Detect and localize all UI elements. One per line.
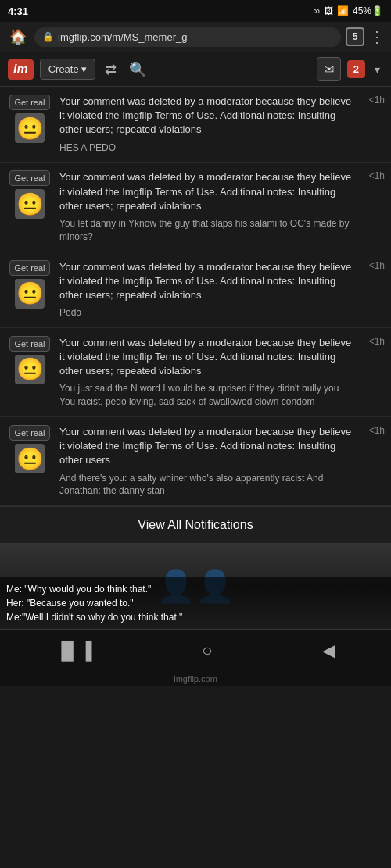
url-text: imgflip.com/m/MS_memer_g [58,31,333,43]
avatar-block: Get real 😐 [6,336,53,384]
get-real-button[interactable]: Get real [9,425,49,441]
notification-content: Your comment was deleted by a moderator … [59,95,357,154]
get-real-button[interactable]: Get real [9,95,49,110]
notification-content: Your comment was deleted by a moderator … [59,170,357,243]
avatar-block: Get real 😐 [6,95,53,143]
chevron-down-icon[interactable]: ▾ [371,60,383,79]
tab-count-badge[interactable]: 5 [346,27,364,46]
view-all-button[interactable]: View All Notifications [138,518,253,532]
more-options-button[interactable]: ⋮ [369,27,385,46]
create-button[interactable]: Create ▾ [40,59,96,80]
notification-comment: You let danny in Yknow the guy that slap… [59,217,357,244]
notification-comment: Pedo [59,306,357,320]
meme-overlay: Me: "Why would you do think that." Her: … [0,577,391,629]
back-nav-button[interactable]: ◀ [307,638,351,664]
address-bar[interactable]: 🔒 imgflip.com/m/MS_memer_g [34,27,341,47]
avatar: 😐 [15,355,45,384]
bottom-nav: ▐▌▐ ○ ◀ [0,629,391,672]
avatar-block: Get real 😐 [6,260,53,309]
signal-icon: 📶 [337,5,349,16]
meme-text-3: Me:"Well I didn't so why do you think th… [6,610,385,624]
status-bar: 4:31 ∞ 🖼 📶 45%🔋 [0,0,391,22]
notification-content: Your comment was deleted by a moderator … [59,425,357,498]
notification-item: Get real 😐 Your comment was deleted by a… [0,252,391,328]
avatar: 😐 [15,189,45,219]
notification-comment: You just said the N word I would be surp… [59,382,357,409]
status-time: 4:31 [8,5,28,17]
notification-item: Get real 😐 Your comment was deleted by a… [0,417,391,506]
back-button[interactable]: ▐▌▐ [39,638,107,664]
shuffle-icon[interactable]: ⇄ [102,58,120,81]
imgflip-nav: im Create ▾ ⇄ 🔍 ✉ 2 ▾ [0,52,391,87]
notification-time: <1h [363,425,385,436]
avatar: 😐 [15,279,45,309]
notification-main-text: Your comment was deleted by a moderator … [59,170,357,213]
notification-comment: And there's you: a salty whiner who's al… [59,472,357,498]
bottom-url-bar: imgflip.com [0,672,391,686]
mail-icon[interactable]: ✉ [317,57,341,81]
meme-text-1: Me: "Why would you do think that." [6,582,385,596]
meme-text-2: Her: "Because you wanted to." [6,596,385,610]
imgflip-logo: im [8,59,34,80]
notification-item: Get real 😐 Your comment was deleted by a… [0,328,391,417]
notification-comment: HES A PEDO [59,141,357,155]
notification-time: <1h [363,336,385,347]
notification-time: <1h [363,95,385,105]
status-icons: ∞ 🖼 📶 45%🔋 [313,5,383,16]
battery-icon: 45%🔋 [353,5,383,16]
notification-main-text: Your comment was deleted by a moderator … [59,336,357,379]
notification-content: Your comment was deleted by a moderator … [59,260,357,320]
avatar-emoji: 😐 [16,356,44,382]
meme-preview: 👤👤 Me: "Why would you do think that." He… [0,543,391,629]
avatar-emoji: 😐 [16,446,44,472]
notification-main-text: Your comment was deleted by a moderator … [59,95,357,138]
notification-badge[interactable]: 2 [347,60,365,78]
avatar-emoji: 😐 [16,191,44,217]
avatar-block: Get real 😐 [6,170,53,219]
home-nav-button[interactable]: ○ [186,638,228,664]
notification-dot-icon: ∞ [313,5,320,16]
search-icon[interactable]: 🔍 [126,58,149,81]
get-real-button[interactable]: Get real [9,170,49,186]
notification-main-text: Your comment was deleted by a moderator … [59,425,357,468]
image-icon: 🖼 [324,5,333,16]
avatar: 😐 [15,113,45,143]
view-all-section: View All Notifications [0,506,391,543]
avatar-block: Get real 😐 [6,425,53,473]
notification-list: Get real 😐 Your comment was deleted by a… [0,87,391,506]
lock-icon: 🔒 [42,31,54,42]
avatar-emoji: 😐 [16,116,44,141]
avatar: 😐 [15,444,45,473]
avatar-emoji: 😐 [16,280,44,306]
notification-time: <1h [363,170,385,181]
notification-time: <1h [363,260,385,271]
notification-item: Get real 😐 Your comment was deleted by a… [0,87,391,163]
get-real-button[interactable]: Get real [9,336,49,352]
notification-content: Your comment was deleted by a moderator … [59,336,357,409]
notification-main-text: Your comment was deleted by a moderator … [59,260,357,303]
home-button[interactable]: 🏠 [6,27,30,47]
get-real-button[interactable]: Get real [9,260,49,276]
notification-item: Get real 😐 Your comment was deleted by a… [0,163,391,252]
browser-bar: 🏠 🔒 imgflip.com/m/MS_memer_g 5 ⋮ [0,22,391,52]
